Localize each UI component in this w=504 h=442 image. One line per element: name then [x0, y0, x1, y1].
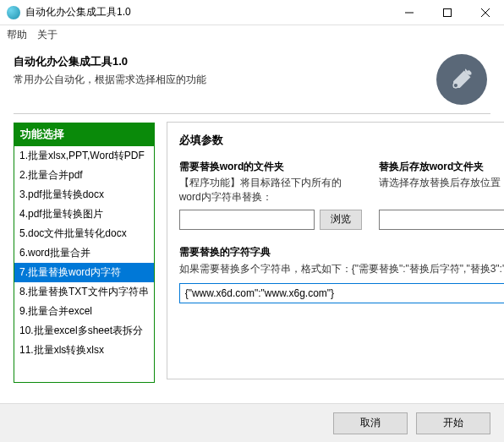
close-button[interactable]	[466, 0, 504, 25]
sidebar-item[interactable]: 2.批量合并pdf	[14, 166, 154, 185]
sidebar-item[interactable]: 10.批量excel多sheet表拆分	[14, 321, 154, 341]
window-controls	[390, 0, 504, 25]
app-icon	[7, 6, 20, 19]
sidebar-item[interactable]: 1.批量xlsx,PPT,Word转PDF	[14, 146, 154, 166]
menu-about[interactable]: 关于	[37, 28, 58, 42]
sidebar-title: 功能选择	[14, 123, 155, 146]
svg-point-4	[453, 83, 458, 88]
dest-label: 替换后存放word文件夹	[379, 160, 504, 174]
source-input[interactable]	[179, 210, 315, 230]
page-subtitle: 常用办公自动化，根据需求选择相应的功能	[14, 73, 206, 87]
maximize-button[interactable]	[428, 0, 466, 25]
divider	[14, 113, 490, 114]
source-browse-button[interactable]: 浏览	[320, 210, 362, 230]
dict-input[interactable]	[179, 283, 504, 303]
start-button[interactable]: 开始	[416, 412, 490, 434]
svg-rect-1	[443, 8, 451, 16]
minimize-button[interactable]	[390, 0, 428, 25]
tools-icon	[436, 54, 487, 105]
menu-help[interactable]: 帮助	[7, 28, 27, 42]
sidebar-item[interactable]: 11.批量xls转换xlsx	[14, 341, 154, 360]
params-panel: 必填参数 需要替换word的文件夹 【程序功能】将目标路径下内所有的word内字…	[167, 122, 504, 379]
source-label: 需要替换word的文件夹	[179, 160, 362, 174]
sidebar: 功能选择 1.批量xlsx,PPT,Word转PDF2.批量合并pdf3.pdf…	[14, 123, 155, 383]
panel-title: 必填参数	[179, 133, 504, 148]
sidebar-item[interactable]: 7.批量替换word内字符	[14, 263, 154, 282]
sidebar-item[interactable]: 4.pdf批量转换图片	[14, 205, 154, 224]
dict-label: 需要替换的字符字典	[179, 245, 504, 259]
dest-input[interactable]	[379, 210, 504, 230]
sidebar-item[interactable]: 8.批量替换TXT文件内字符串	[14, 282, 154, 302]
menubar: 帮助 关于	[0, 25, 504, 44]
sidebar-item[interactable]: 6.word批量合并	[14, 243, 154, 263]
window-title: 自动化办公集成工具1.0	[25, 5, 390, 19]
sidebar-item[interactable]: 5.doc文件批量转化docx	[14, 224, 154, 243]
footer: 取消 开始	[0, 403, 504, 442]
header: 自动化办公集成工具1.0 常用办公自动化，根据需求选择相应的功能	[14, 54, 490, 105]
dest-desc: 请选择存放替换后存放位置：	[379, 176, 504, 190]
sidebar-list: 1.批量xlsx,PPT,Word转PDF2.批量合并pdf3.pdf批量转换d…	[14, 146, 155, 383]
cancel-button[interactable]: 取消	[333, 412, 408, 434]
source-desc: 【程序功能】将目标路径下内所有的word内字符串替换：	[179, 176, 362, 205]
titlebar: 自动化办公集成工具1.0	[0, 0, 504, 25]
sidebar-item[interactable]: 9.批量合并excel	[14, 302, 154, 321]
dict-desc: 如果需要替换多个字符串，格式如下：{"需要替换":"替换后字符","替换3":"…	[179, 261, 504, 276]
page-title: 自动化办公集成工具1.0	[14, 54, 206, 69]
sidebar-item[interactable]: 3.pdf批量转换docx	[14, 185, 154, 205]
